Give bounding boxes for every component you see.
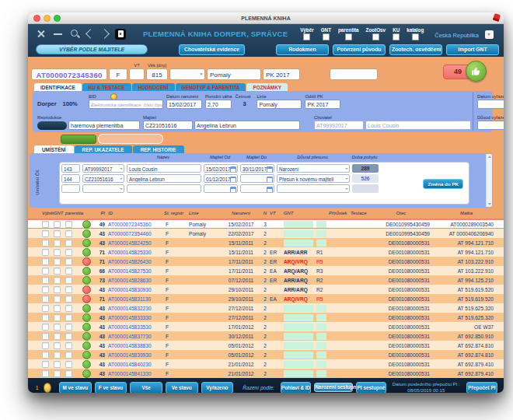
next-record-icon[interactable]: [99, 29, 110, 39]
excel-export-icon[interactable]: x: [115, 29, 126, 40]
gnt-row-checkbox[interactable]: [54, 249, 61, 256]
eid-field[interactable]: Elektronická identifikace, číslo čipu: [89, 100, 163, 109]
location-name-field[interactable]: Louis Cousin: [127, 164, 201, 173]
owner-filter-pill[interactable]: VÝBĚR PODLE MAJITELE: [36, 44, 148, 54]
breeder-id-field[interactable]: AT99992017: [314, 121, 364, 130]
parentita-row-checkbox[interactable]: [65, 305, 72, 312]
id-link[interactable]: AT0000072345360: [108, 222, 164, 227]
gnt-row-checkbox[interactable]: [54, 296, 61, 303]
move-reason-field[interactable]: Přesun k novému majiteli: [277, 174, 350, 183]
id-link[interactable]: AT0000145841330: [108, 371, 164, 376]
table-row[interactable]: 43AT0000145841330F21/01/20122DE001080000…: [28, 369, 504, 378]
age-field[interactable]: 815: [146, 68, 168, 80]
location-id-field[interactable]: [82, 184, 124, 193]
parentita-row-checkbox[interactable]: [65, 240, 72, 247]
location-name-field[interactable]: Angelina Lebrun: [127, 174, 201, 183]
prepocet-pi-button[interactable]: Přepočet PI: [466, 382, 497, 394]
tab-genotyp-parentita[interactable]: GENOTYP & PARENTITA: [176, 83, 246, 91]
select-checkbox[interactable]: [42, 314, 49, 321]
location-id-field[interactable]: AT99992017: [82, 164, 124, 173]
table-row[interactable]: 43AT0000145833530F17/01/20122DE001080000…: [28, 322, 504, 331]
select-checkbox[interactable]: [42, 342, 49, 349]
vyber-checkbox[interactable]: [303, 33, 310, 40]
table-row[interactable]: 43AT0000145838830F05/01/20122DE001080000…: [28, 341, 504, 350]
id-link[interactable]: AT0000145827530: [108, 268, 164, 274]
id-link[interactable]: AT0000145837730: [108, 334, 164, 339]
oddil-pk-field[interactable]: PK 2017: [263, 68, 300, 80]
location-name-field[interactable]: [127, 184, 201, 193]
parentita-row-checkbox[interactable]: [65, 249, 72, 256]
close-record-icon[interactable]: [36, 29, 46, 39]
select-checkbox[interactable]: [42, 277, 49, 284]
umisteni-scrollbar[interactable]: [486, 154, 492, 207]
born-field[interactable]: 15/02/2017: [166, 100, 202, 109]
minimize-icon[interactable]: [53, 29, 63, 39]
animal-id-field[interactable]: AT0000072345360: [31, 68, 107, 80]
table-row[interactable]: 43AT0000145833330F27/12/20112DE001080000…: [28, 313, 504, 322]
id-link[interactable]: AT0000145831130: [108, 296, 164, 302]
sort-narozeni-button[interactable]: Narození sestupně: [314, 383, 353, 391]
tab-ku-testace[interactable]: KU & TESTACE: [82, 83, 131, 91]
table-row[interactable]: 71AT0000145825330F15/11/20112ERARR/ARRR1…: [28, 247, 504, 257]
parentita-row-checkbox[interactable]: [65, 361, 72, 368]
owner-id-field[interactable]: CZ21051616: [143, 121, 193, 130]
parentita-row-checkbox[interactable]: [65, 277, 72, 284]
parentita-row-checkbox[interactable]: [65, 370, 72, 377]
tab-rep-ukazatele[interactable]: REP. UKAZATELE: [75, 145, 132, 153]
status-green-pill[interactable]: [61, 135, 96, 144]
ve-stavu-button[interactable]: Ve stavu: [166, 382, 198, 394]
move-reason-field[interactable]: Narození: [277, 164, 350, 173]
vt-field[interactable]: [129, 68, 145, 80]
table-row[interactable]: 71AT0000145831130F29/10/20112EAARQ/VRQR5…: [28, 294, 504, 303]
gnt-row-checkbox[interactable]: [54, 268, 61, 275]
select-checkbox[interactable]: [42, 268, 49, 275]
zmena-do-pk-button[interactable]: Změna do PK: [423, 179, 463, 189]
parentita-row-checkbox[interactable]: [65, 258, 72, 265]
approve-thumbs-up-button[interactable]: [466, 61, 487, 82]
gnt-row-checkbox[interactable]: [54, 240, 61, 247]
zootosv-checkbox[interactable]: [372, 33, 379, 40]
gnt-row-checkbox[interactable]: [54, 333, 61, 340]
gnt-row-checkbox[interactable]: [54, 277, 61, 284]
table-row[interactable]: 43AT0000145837730F30/12/20112DE001080000…: [28, 331, 504, 341]
gnt-row-checkbox[interactable]: [54, 314, 61, 321]
vyrazeno-button[interactable]: Vyřazeno: [201, 382, 234, 394]
gnt-row-checkbox[interactable]: [54, 305, 61, 312]
out-date-field[interactable]: [477, 100, 504, 109]
sex-field[interactable]: F: [109, 68, 127, 80]
id-link[interactable]: AT0000072354460: [108, 231, 164, 236]
id-link[interactable]: AT0000145833330: [108, 315, 164, 320]
tab-umisteni[interactable]: UMÍSTĚNÍ: [34, 145, 74, 153]
table-row[interactable]: 43AT0000145832230F27/12/20112DE001080000…: [28, 303, 504, 313]
id-link[interactable]: AT0000145825330: [108, 250, 164, 255]
owner-from-field[interactable]: [204, 184, 238, 193]
gnt-row-checkbox[interactable]: [54, 258, 61, 265]
tab-identifikace[interactable]: IDENTIFIKACE: [34, 83, 82, 91]
owner-to-field[interactable]: [240, 174, 274, 183]
search-icon[interactable]: [70, 29, 80, 39]
table-row[interactable]: 71AT0000145826430F17/11/20112ERARQ/VRQR5…: [28, 257, 504, 266]
select-checkbox[interactable]: [42, 221, 49, 228]
select-checkbox[interactable]: [42, 361, 49, 368]
id-link[interactable]: AT0000145840230: [108, 362, 164, 367]
tab-poznamky[interactable]: POZNÁMKY: [246, 83, 288, 91]
table-row[interactable]: 43AT0000145830930F29/10/20112ARR/ARQR2DE…: [28, 285, 504, 294]
id-link[interactable]: AT0000145830930: [108, 287, 164, 292]
table-row[interactable]: 49AT0000072345360FPomaly15/02/20173DE001…: [28, 219, 504, 229]
parentita-row-checkbox[interactable]: [65, 296, 72, 303]
owner-from-field[interactable]: 15/02/2017: [204, 164, 238, 173]
weight-field[interactable]: 2,70: [205, 100, 232, 109]
select-checkbox[interactable]: [42, 305, 49, 312]
location-number-field[interactable]: [61, 184, 80, 193]
select-checkbox[interactable]: [42, 296, 49, 303]
import-gnt-button[interactable]: Import GNT: [446, 44, 499, 55]
potvrzeni-puvodu-button[interactable]: Potvrzení původu: [333, 44, 386, 55]
repro-status-pill[interactable]: [37, 121, 67, 130]
owner-to-field[interactable]: 30/11/2017: [240, 164, 274, 173]
table-row[interactable]: 66AT0000145827530F17/11/20112EAARQ/ARQR3…: [28, 266, 504, 275]
parentita-row-checkbox[interactable]: [65, 230, 72, 237]
oddil-field[interactable]: PK 2017: [305, 100, 340, 109]
rodokmen-button[interactable]: Rodokmen: [276, 44, 329, 55]
status-dropdown[interactable]: [169, 68, 205, 80]
country-dropdown[interactable]: [485, 30, 494, 39]
